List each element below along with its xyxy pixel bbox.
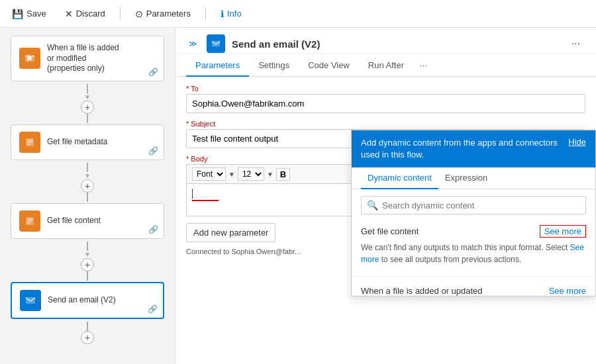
subject-label: * Subject [186, 120, 585, 128]
get-content-icon [19, 210, 40, 232]
tab-run-after[interactable]: Run After [359, 55, 413, 77]
send-email-label: Send an email (V2) [48, 295, 116, 306]
toolbar-divider [120, 7, 121, 21]
dynamic-tab-expression[interactable]: Expression [438, 167, 494, 189]
get-metadata-icon [19, 132, 40, 153]
dropdown-arrow-size: ▼ [267, 171, 273, 178]
link-icon-metadata: 🔗 [148, 146, 158, 156]
dynamic-section-get-file-content: Get file content See more We can't find … [352, 221, 595, 272]
toolbar: 💾 Save ✕ Discard ⊙ Parameters ℹ Info [0, 0, 596, 28]
flow-node-send-email[interactable]: Send an email (V2) 🔗 [11, 282, 164, 319]
flow-node-trigger[interactable]: When a file is addedor modified(properti… [11, 36, 164, 81]
section-title-2: When a file is added or updated [361, 286, 483, 296]
connector-3: ▼ + [11, 242, 164, 281]
add-step-1[interactable]: + [81, 101, 94, 114]
link-icon-content: 🔗 [148, 225, 158, 234]
info-button[interactable]: ℹ Info [217, 7, 246, 21]
more-options-button[interactable]: ··· [566, 35, 585, 52]
send-email-icon [20, 290, 41, 311]
section-title-1: Get file content [361, 226, 419, 236]
parameters-button[interactable]: ⊙ Parameters [131, 7, 195, 21]
info-icon: ℹ [221, 9, 224, 19]
dynamic-section-trigger: When a file is added or updated See more [352, 281, 595, 296]
section-header-1: Get file content See more [361, 221, 586, 242]
to-label: * To [186, 85, 585, 93]
tab-parameters[interactable]: Parameters [186, 55, 249, 77]
svg-rect-4 [26, 297, 35, 304]
rp-title-icon [207, 34, 225, 53]
rp-header: ≫ Send an email (V2) ··· [175, 28, 596, 54]
svg-rect-5 [212, 41, 220, 47]
discard-icon: ✕ [65, 9, 73, 19]
parameters-icon: ⊙ [135, 9, 143, 19]
expand-button[interactable]: ≫ [186, 36, 200, 51]
dynamic-tab-content[interactable]: Dynamic content [361, 167, 438, 189]
dynamic-panel-hide-button[interactable]: Hide [568, 137, 586, 147]
section-desc-1: We can't find any outputs to match this … [361, 242, 586, 265]
section-divider [352, 276, 595, 277]
toolbar-divider-2 [205, 7, 206, 21]
flow-node-get-metadata[interactable]: Get file metadata 🔗 [11, 124, 164, 160]
tab-code-view[interactable]: Code View [299, 55, 359, 77]
tab-more-button[interactable]: ··· [413, 55, 434, 76]
body-underline [192, 200, 219, 201]
tab-settings[interactable]: Settings [249, 55, 299, 77]
dynamic-panel-header: Add dynamic content from the apps and co… [352, 130, 595, 167]
add-step-4[interactable]: + [81, 331, 94, 344]
save-icon: 💾 [12, 9, 23, 19]
font-size-select[interactable]: 12 [238, 167, 264, 181]
see-more-button-2[interactable]: See more [549, 286, 586, 296]
to-input[interactable] [186, 94, 585, 113]
font-select[interactable]: Font [192, 167, 226, 181]
add-step-2[interactable]: + [81, 179, 94, 193]
left-panel: When a file is addedor modified(properti… [0, 28, 175, 364]
save-button[interactable]: 💾 Save [8, 7, 50, 21]
dynamic-search-box[interactable]: 🔍 [361, 196, 586, 214]
connector-1: ▼ + [11, 84, 164, 123]
trigger-label: When a file is addedor modified(properti… [47, 43, 119, 74]
trigger-icon [19, 48, 40, 69]
dynamic-panel-header-text: Add dynamic content from the apps and co… [361, 137, 568, 161]
search-icon: 🔍 [367, 200, 378, 210]
dynamic-tab-bar: Dynamic content Expression [352, 167, 595, 189]
tab-bar: Parameters Settings Code View Run After … [175, 55, 596, 77]
svg-point-1 [28, 56, 32, 60]
get-metadata-label: Get file metadata [47, 137, 107, 148]
dynamic-content-panel: Add dynamic content from the apps and co… [351, 130, 596, 296]
get-content-label: Get file content [47, 216, 101, 226]
link-icon-trigger: 🔗 [148, 68, 158, 77]
see-more-button-1[interactable]: See more [540, 225, 586, 238]
add-step-3[interactable]: + [81, 258, 94, 271]
connector-4: + [11, 322, 164, 344]
discard-button[interactable]: ✕ Discard [61, 7, 109, 21]
dropdown-arrow-font: ▼ [228, 171, 235, 178]
add-parameter-button[interactable]: Add new parameter [186, 223, 275, 242]
bold-button[interactable]: B [276, 168, 290, 181]
main-layout: When a file is addedor modified(properti… [0, 28, 596, 364]
link-icon-email: 🔗 [148, 304, 158, 314]
search-dynamic-input[interactable] [382, 201, 580, 210]
flow-node-get-content[interactable]: Get file content 🔗 [11, 203, 164, 239]
form-area: * To * Subject * Body Font ▼ 12 ▼ [175, 77, 596, 364]
see-more-link-1[interactable]: See more [361, 243, 584, 264]
right-panel: ≫ Send an email (V2) ··· Parameters Sett… [175, 28, 596, 364]
rp-title: Send an email (V2) [232, 38, 560, 50]
body-cursor [192, 189, 193, 199]
connector-2: ▼ + [11, 163, 164, 202]
